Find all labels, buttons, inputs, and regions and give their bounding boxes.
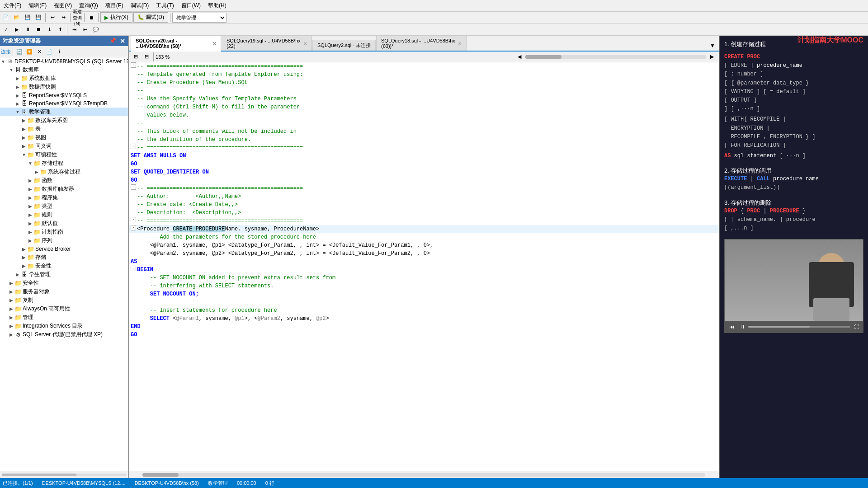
tab-0-close[interactable]: ✕ (212, 41, 216, 46)
database-selector[interactable]: 教学管理master学生管理 (172, 13, 226, 23)
video-play-btn[interactable]: ⏮ (726, 322, 736, 332)
tab-2[interactable]: SQLQuery2.sql - 未连接 (312, 40, 376, 51)
tree-security-top[interactable]: ▶ 📁 安全性 (0, 279, 128, 287)
collapse-21[interactable]: - (131, 225, 136, 230)
tree-db-root[interactable]: ▼ 🗄 数据库 (0, 66, 128, 74)
tb-btn-5[interactable]: ⬇ (44, 24, 54, 34)
menu-file[interactable]: 文件(F) (2, 1, 23, 10)
tab-3-close[interactable]: ✕ (458, 41, 462, 46)
save-all-btn[interactable]: 💾 (33, 13, 43, 23)
collapse-all-btn[interactable]: ⊟ (142, 52, 151, 62)
tree-security2[interactable]: ▶ 📁 安全性 (0, 262, 128, 270)
collapse-11[interactable]: - (131, 144, 136, 149)
collapse-16[interactable]: - (131, 184, 136, 190)
tab-3[interactable]: SQLQuery18.sql - ...U4VD58B\hx (60))* ✕ (376, 36, 467, 51)
execute-button[interactable]: ▶ 执行(X) (100, 12, 132, 23)
tree-plan-guide[interactable]: ▶ 📁 计划指南 (0, 228, 128, 236)
tree-sys-sp[interactable]: ▶ 📁 系统存储过程 (0, 168, 128, 176)
filter-button[interactable]: 🔽 (25, 47, 34, 56)
redo-btn[interactable]: ↪ (58, 13, 68, 23)
h-scroll-thumb[interactable] (142, 473, 179, 477)
tree-jiaoexue[interactable]: ▼ 🗄 教学管理 (0, 108, 128, 116)
tree-dbtrigger[interactable]: ▶ 📁 数据库触发器 (0, 185, 128, 193)
tree-server-node[interactable]: ▼ 🖥 DESKTOP-U4VD58B\MYSQLS (SQL Server 1… (0, 57, 128, 66)
tb-indent[interactable]: ⇥ (69, 24, 79, 34)
tree-function[interactable]: ▶ 📁 函数 (0, 176, 128, 185)
tab-1-close[interactable]: ✕ (303, 41, 307, 46)
tree-programmable[interactable]: ▼ 📁 可编程性 (0, 150, 128, 159)
tree-snapshot[interactable]: ▶ 📁 数据库快照 (0, 83, 128, 91)
tree-view[interactable]: ▶ 📁 视图 (0, 133, 128, 142)
expand-all-btn[interactable]: ⊞ (131, 52, 141, 62)
tree-report-server[interactable]: ▶ 🗄 ReportServer$MYSQLS (0, 91, 128, 99)
close-panel-button[interactable]: ✕ (120, 38, 125, 45)
menu-tools[interactable]: 工具(T) (154, 1, 175, 10)
tb-btn-6[interactable]: ⬆ (55, 24, 65, 34)
tree-report-tempdb[interactable]: ▶ 🗄 ReportServer$MYSQLSTempDB (0, 99, 128, 108)
tree-rules[interactable]: ▶ 📁 规则 (0, 211, 128, 219)
tree-dbdiagram[interactable]: ▶ 📁 数据库关系图 (0, 116, 128, 125)
tb-comment[interactable]: 💬 (91, 24, 101, 34)
open-btn[interactable]: 📂 (12, 13, 22, 23)
tree-scroll-thumb[interactable] (2, 474, 76, 476)
refresh-button[interactable]: 🔄 (15, 47, 24, 56)
tree-service-broker[interactable]: ▶ 📁 Service Broker (0, 245, 128, 253)
collapse-20[interactable]: - (131, 217, 136, 222)
tree-sql-agent[interactable]: ▶ ⚙ SQL Server 代理(已禁用代理 XP) (0, 330, 128, 339)
scroll-right-btn[interactable]: ▶ (707, 52, 717, 62)
tree-always-on[interactable]: ▶ 📁 AlwaysOn 高可用性 (0, 305, 128, 313)
properties-btn[interactable]: ℹ (55, 47, 64, 56)
tab-0[interactable]: SQLQuery20.sql - ...U4VD58B\hx (58)* ✕ (131, 36, 221, 52)
tree-integration[interactable]: ▶ 📁 Integration Services 目录 (0, 322, 128, 330)
pin-button[interactable]: 📌 (109, 38, 116, 45)
tree-sys-db[interactable]: ▶ 📁 系统数据库 (0, 74, 128, 83)
tree-assembly[interactable]: ▶ 📁 程序集 (0, 193, 128, 202)
tb-btn-4[interactable]: ⏹ (33, 24, 43, 34)
tree-h-scrollbar[interactable] (0, 471, 128, 478)
save-btn[interactable]: 💾 (23, 13, 33, 23)
undo-btn[interactable]: ↩ (47, 13, 57, 23)
video-pause-btn[interactable]: ⏸ (737, 322, 747, 332)
collapse-26[interactable]: - (131, 266, 136, 271)
tabs-overflow[interactable]: ▼ (708, 41, 717, 51)
tree-table[interactable]: ▶ 📁 表 (0, 125, 128, 133)
debug-button[interactable]: 🐛 调试(D) (133, 12, 168, 23)
new-query-btn[interactable]: 📄 (1, 13, 11, 23)
menu-help[interactable]: 帮助(H) (206, 1, 228, 10)
tree-management[interactable]: ▶ 📁 管理 (0, 313, 128, 322)
video-progress-bar[interactable] (748, 326, 850, 328)
menu-window[interactable]: 窗口(W) (179, 1, 203, 10)
stop-filter-button[interactable]: ✕ (35, 47, 44, 56)
stop-btn[interactable]: ⏹ (86, 13, 96, 23)
menu-project[interactable]: 项目(P) (104, 1, 125, 10)
video-fullscreen-btn[interactable]: ⛶ (851, 322, 861, 332)
h-scroll-thumb-top[interactable] (525, 55, 561, 59)
tb-outdent[interactable]: ⇤ (80, 24, 90, 34)
new-query2-btn[interactable]: 新建查询(N) (72, 13, 82, 23)
tree-synonym[interactable]: ▶ 📁 同义词 (0, 142, 128, 150)
tree-defaults[interactable]: ▶ 📁 默认值 (0, 219, 128, 228)
scroll-left-btn[interactable]: ◀ (514, 52, 524, 62)
tree-types[interactable]: ▶ 📁 类型 (0, 202, 128, 211)
tree-sequence[interactable]: ▶ 📁 序列 (0, 236, 128, 245)
tb-btn-2[interactable]: ▶ (12, 24, 22, 34)
tree-storage[interactable]: ▶ 📁 存储 (0, 253, 128, 262)
tree-student-mgmt[interactable]: ▶ 🗄 学生管理 (0, 270, 128, 279)
connect-button[interactable]: 连接 (1, 48, 11, 55)
tb-btn-1[interactable]: ✓ (1, 24, 11, 34)
tree-server-objects[interactable]: ▶ 📁 服务器对象 (0, 287, 128, 296)
code-editor[interactable]: - -- ===================================… (129, 62, 719, 471)
menu-debug[interactable]: 调试(D) (129, 1, 151, 10)
tree-replication[interactable]: ▶ 📁 复制 (0, 296, 128, 305)
tab-1[interactable]: SQLQuery19.sql - ...U4VD58B\hx (22) ✕ (222, 36, 312, 51)
collapse-1[interactable]: - (131, 62, 136, 68)
new-query-panel-btn[interactable]: 📄 (45, 47, 54, 56)
tree-stored-proc[interactable]: ▼ 📁 存储过程 (0, 159, 128, 168)
server-toggle[interactable]: ▼ (0, 58, 6, 65)
menu-view[interactable]: 视图(V) (52, 1, 74, 10)
db-root-toggle[interactable]: ▼ (8, 67, 14, 73)
tb-btn-3[interactable]: ⏸ (23, 24, 33, 34)
h-scroll-track-top[interactable] (525, 55, 706, 59)
menu-edit[interactable]: 编辑(E) (27, 1, 48, 10)
editor-h-scrollbar[interactable] (129, 471, 719, 478)
